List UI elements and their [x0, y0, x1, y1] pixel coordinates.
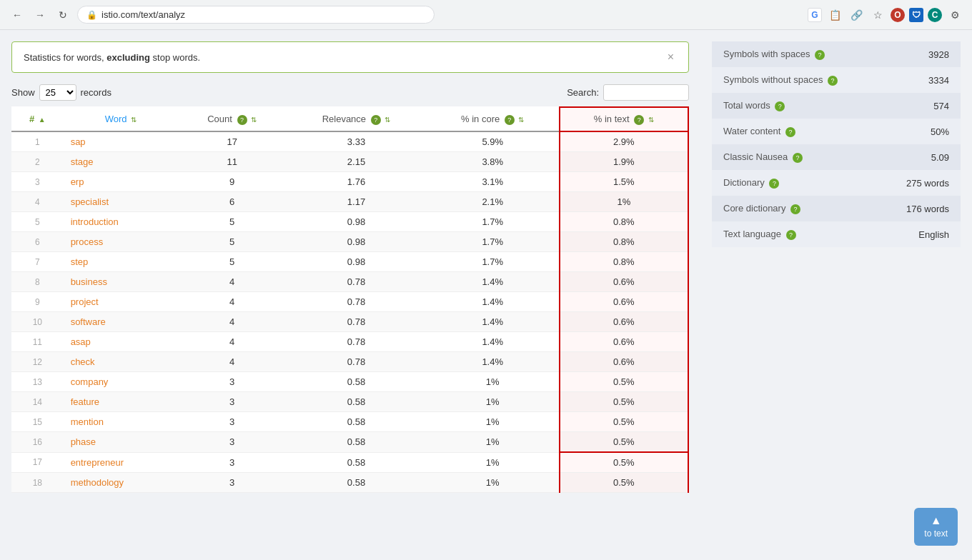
pct-core-help-icon[interactable]: ?	[505, 115, 515, 125]
table-row: 15mention30.581%0.5%	[11, 412, 688, 432]
scroll-to-text-button[interactable]: ▲ to text	[914, 508, 958, 546]
data-cell: 4	[11, 192, 64, 212]
data-cell: 3.8%	[427, 152, 560, 172]
data-cell: 2	[11, 152, 64, 172]
google-ext-icon[interactable]: G	[808, 8, 822, 22]
data-cell: 5	[11, 212, 64, 232]
relevance-help-icon[interactable]: ?	[371, 115, 381, 125]
data-cell: 17	[11, 452, 64, 473]
data-cell: 1%	[427, 473, 560, 493]
data-cell: 2.9%	[560, 131, 688, 152]
word-cell[interactable]: phase	[64, 432, 178, 453]
data-cell: 0.6%	[560, 332, 688, 352]
table-row: 4specialist61.172.1%1%	[11, 192, 688, 212]
stats-value: 3928	[880, 41, 961, 67]
data-cell: 0.5%	[560, 432, 688, 453]
search-area: Search:	[567, 84, 689, 101]
col-header-pct-text[interactable]: % in text ? ⇅	[560, 107, 688, 131]
data-cell: 0.58	[286, 372, 427, 392]
data-cell: 0.58	[286, 452, 427, 473]
forward-button[interactable]: →	[31, 6, 49, 24]
search-input[interactable]	[603, 84, 689, 101]
bookmark-icon[interactable]: ☆	[869, 6, 886, 24]
count-help-icon[interactable]: ?	[237, 115, 247, 125]
data-cell: 1%	[427, 392, 560, 412]
data-cell: 11	[178, 152, 286, 172]
data-cell: 0.6%	[560, 272, 688, 292]
data-cell: 1.4%	[427, 292, 560, 312]
data-cell: 1.4%	[427, 272, 560, 292]
data-cell: 0.8%	[560, 212, 688, 232]
word-cell[interactable]: methodology	[64, 473, 178, 493]
col-header-relevance[interactable]: Relevance ? ⇅	[286, 107, 427, 131]
table-row: 14feature30.581%0.5%	[11, 392, 688, 412]
word-cell[interactable]: feature	[64, 392, 178, 412]
shield-ext-icon[interactable]: 🛡	[909, 8, 923, 22]
data-cell: 0.78	[286, 332, 427, 352]
data-cell: 6	[11, 232, 64, 252]
stats-label: Total words ?	[712, 93, 880, 119]
col-header-word[interactable]: Word ⇅	[64, 107, 178, 131]
col-header-count[interactable]: Count ? ⇅	[178, 107, 286, 131]
data-cell: 1.17	[286, 192, 427, 212]
data-cell: 3	[178, 432, 286, 453]
word-cell[interactable]: step	[64, 252, 178, 272]
opera-ext-icon[interactable]: O	[891, 8, 905, 22]
table-row: 7step50.981.7%0.8%	[11, 252, 688, 272]
data-cell: 1%	[427, 372, 560, 392]
word-cell[interactable]: process	[64, 232, 178, 252]
col-header-pct-core[interactable]: % in core ? ⇅	[427, 107, 560, 131]
right-panel: Symbols with spaces ?3928Symbols without…	[700, 30, 972, 560]
stats-label: Symbols without spaces ?	[712, 67, 880, 93]
data-cell: 0.58	[286, 432, 427, 453]
word-cell[interactable]: entrepreneur	[64, 452, 178, 473]
word-cell[interactable]: stage	[64, 152, 178, 172]
stats-row: Core dictionary ?176 words	[712, 196, 961, 221]
data-cell: 5.9%	[427, 131, 560, 152]
stats-value: 574	[880, 93, 961, 119]
stats-row: Text language ?English	[712, 221, 961, 247]
back-button[interactable]: ←	[9, 6, 26, 24]
data-cell: 1%	[427, 452, 560, 473]
data-cell: 18	[11, 473, 64, 493]
word-cell[interactable]: check	[64, 352, 178, 372]
word-cell[interactable]: erp	[64, 172, 178, 192]
scroll-arrow-icon: ▲	[931, 515, 942, 526]
word-cell[interactable]: project	[64, 292, 178, 312]
word-cell[interactable]: mention	[64, 412, 178, 432]
lock-icon: 🔒	[86, 10, 97, 20]
word-cell[interactable]: software	[64, 312, 178, 332]
data-cell: 4	[178, 332, 286, 352]
word-cell[interactable]: introduction	[64, 212, 178, 232]
reload-button[interactable]: ↻	[54, 6, 71, 24]
stats-value: 5.09	[880, 144, 961, 170]
address-bar[interactable]: 🔒 istio.com/text/analyz	[77, 6, 435, 24]
word-cell[interactable]: specialist	[64, 192, 178, 212]
table-row: 6process50.981.7%0.8%	[11, 232, 688, 252]
extensions-icon[interactable]: ⚙	[946, 6, 963, 24]
records-select[interactable]: 25 10 50 100	[39, 84, 76, 101]
share-icon[interactable]: 🔗	[848, 6, 865, 24]
data-cell: 3.33	[286, 131, 427, 152]
data-cell: 0.78	[286, 272, 427, 292]
data-cell: 0.5%	[560, 452, 688, 473]
c-ext-icon[interactable]: C	[928, 8, 942, 22]
left-panel: Statistics for words, excluding stop wor…	[0, 30, 700, 560]
data-cell: 0.8%	[560, 252, 688, 272]
col-header-num[interactable]: # ▲	[11, 107, 64, 131]
table-row: 17entrepreneur30.581%0.5%	[11, 452, 688, 473]
screenshot-icon[interactable]: 📋	[826, 6, 843, 24]
pct-text-help-icon[interactable]: ?	[634, 115, 644, 125]
word-cell[interactable]: business	[64, 272, 178, 292]
show-records-control: Show 25 10 50 100 records	[11, 84, 111, 101]
stats-label: Dictionary ?	[712, 170, 880, 196]
notice-close-button[interactable]: ×	[665, 51, 677, 64]
stats-label: Classic Nausea ?	[712, 144, 880, 170]
data-cell: 3	[178, 452, 286, 473]
word-cell[interactable]: company	[64, 372, 178, 392]
data-cell: 6	[178, 192, 286, 212]
table-row: 9project40.781.4%0.6%	[11, 292, 688, 312]
word-cell[interactable]: sap	[64, 131, 178, 152]
word-cell[interactable]: asap	[64, 332, 178, 352]
data-cell: 16	[11, 432, 64, 453]
